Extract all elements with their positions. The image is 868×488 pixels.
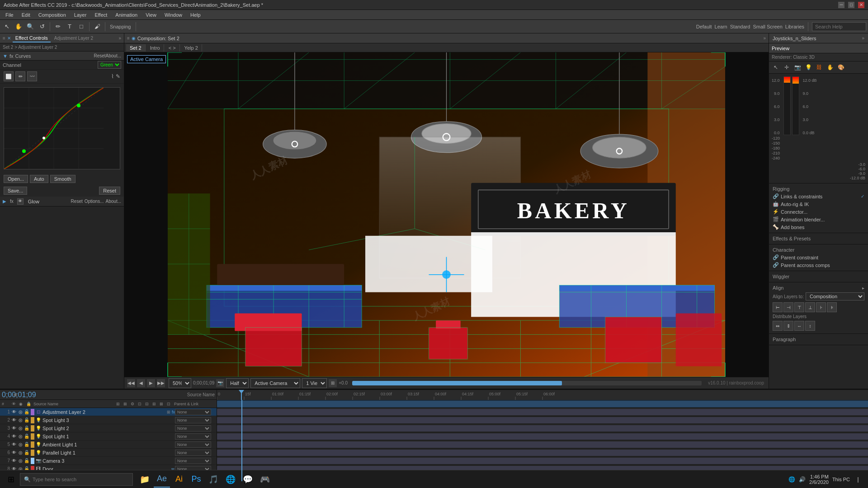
glow-toggle[interactable]: ▶	[3, 199, 6, 204]
ri-color-btn[interactable]: 🎨	[836, 62, 846, 72]
menu-file[interactable]: File	[2, 11, 17, 19]
parent-select-4[interactable]: None	[175, 433, 211, 440]
parent-across-comps-row[interactable]: 🔗 Parent accross comps	[769, 261, 868, 269]
layer-eye-4[interactable]: 👁	[11, 434, 17, 439]
menu-view[interactable]: View	[142, 11, 160, 19]
workspace-standard[interactable]: Standard	[730, 24, 750, 29]
comp-tab-nav[interactable]: < >	[165, 44, 180, 52]
menu-layer[interactable]: Layer	[71, 11, 90, 19]
parent-constraint-row[interactable]: 🔗 Parent constraint	[769, 253, 868, 261]
taskbar-volume-icon[interactable]: 🔊	[799, 476, 806, 483]
links-constraints-row[interactable]: 🔗 Links & constraints ✓	[769, 192, 868, 200]
panel-expand-btn[interactable]: »	[118, 36, 121, 41]
vp-views-dropdown[interactable]: 1 View	[302, 378, 327, 388]
align-center-h-btn[interactable]: ⊣	[783, 302, 793, 312]
parent-select-3[interactable]: None	[175, 425, 211, 432]
paragraph-header[interactable]: Paragraph	[769, 336, 868, 343]
vp-step-back[interactable]: ◀	[137, 379, 145, 387]
viewport-area[interactable]: BAKERY	[124, 52, 769, 377]
layer-lock-3[interactable]: 🔓	[24, 426, 30, 431]
curves-linear-btn[interactable]: ⌇	[111, 73, 114, 80]
js-panel-expand[interactable]: »	[862, 36, 864, 41]
menu-window[interactable]: Window	[161, 11, 186, 19]
taskbar-app-ae[interactable]: Ae	[154, 471, 170, 488]
taskbar-network-icon[interactable]: 🌐	[788, 476, 795, 483]
curves-canvas[interactable]	[4, 88, 104, 169]
layer-lock-7[interactable]: 🔓	[24, 458, 30, 463]
effects-presets-header[interactable]: Effects & Presets	[769, 235, 868, 242]
vp-frame-back[interactable]: ◀◀	[127, 379, 135, 387]
layer-row-4[interactable]: 4 👁 ◎ 🔓 💡 Spot Light 1 None	[0, 432, 217, 441]
layer-solo-3[interactable]: ◎	[17, 426, 24, 431]
toolbar-text-tool[interactable]: T	[65, 22, 75, 32]
taskbar-app-ai[interactable]: Ai	[171, 471, 187, 488]
layer-solo-1[interactable]: ◎	[17, 409, 24, 414]
current-time-display[interactable]: 0;00;01;09	[2, 391, 10, 399]
channel-dropdown[interactable]: Green Red Blue RGB	[98, 61, 121, 69]
align-center-v-btn[interactable]: ⊦	[816, 302, 826, 312]
ri-hand-btn[interactable]: ✋	[825, 62, 835, 72]
layer-lock-4[interactable]: 🔓	[24, 434, 30, 439]
layer-lock-6[interactable]: 🔓	[24, 450, 30, 455]
curves-about-btn[interactable]: About...	[106, 53, 121, 58]
comp-tab-yelp2[interactable]: Yelp 2	[181, 44, 202, 52]
toolbar-rotate-tool[interactable]: ↺	[37, 22, 47, 32]
workspace-default[interactable]: Default	[696, 24, 712, 29]
comp-panel-expand[interactable]: »	[763, 36, 766, 41]
vp-progress-bar[interactable]	[352, 381, 702, 385]
parent-select-2[interactable]: None	[175, 417, 211, 423]
layer-solo-6[interactable]: ◎	[17, 450, 24, 455]
layer-eye-2[interactable]: 👁	[11, 418, 17, 422]
dist-4-btn[interactable]: ↕	[805, 321, 815, 331]
animation-blender-row[interactable]: 🎬 Animation blender...	[769, 216, 868, 223]
minimize-button[interactable]: ─	[838, 2, 844, 8]
layer-lock-2[interactable]: 🔓	[24, 418, 30, 422]
ri-light-btn[interactable]: 💡	[803, 62, 813, 72]
maximize-button[interactable]: □	[848, 2, 854, 8]
dist-v-btn[interactable]: ⇕	[783, 321, 793, 331]
layer-row-6[interactable]: 6 👁 ◎ 🔓 💡 Parallel Light 1 None	[0, 449, 217, 457]
vp-zoom-dropdown[interactable]: 50% 25% 100%	[169, 378, 191, 388]
time-marker-btn[interactable]: ⊕	[14, 392, 17, 397]
layer-eye-1[interactable]: 👁	[11, 409, 17, 414]
menu-edit[interactable]: Edit	[18, 11, 34, 19]
toolbar-shape-tool[interactable]: □	[76, 22, 86, 32]
toolbar-select-tool[interactable]: ↖	[2, 22, 12, 32]
panel-menu-btn[interactable]: ≡	[3, 36, 5, 41]
ri-camera-btn[interactable]: 📷	[793, 62, 802, 72]
toolbar-pen-tool[interactable]: ✏	[53, 22, 63, 32]
toolbar-zoom-tool[interactable]: 🔍	[25, 22, 35, 32]
curves-fx-icon[interactable]: fx	[9, 53, 14, 59]
vp-camera-dropdown[interactable]: Active Camera	[250, 378, 300, 388]
layer-solo-5[interactable]: ◎	[17, 442, 24, 447]
rigging-header[interactable]: Rigging	[769, 185, 868, 192]
taskbar-app-media[interactable]: 🎵	[205, 471, 222, 488]
menu-animation[interactable]: Animation	[112, 11, 141, 19]
vp-quality-dropdown[interactable]: Half Full	[226, 378, 249, 388]
start-button[interactable]: ⊞	[2, 470, 20, 488]
close-button[interactable]: ✕	[858, 2, 864, 8]
comp-panel-menu[interactable]: ≡	[127, 36, 130, 41]
time-ruler[interactable]: 0 15f 01:00f 01:15f 02:00f 02:15f	[217, 390, 868, 400]
layer-eye-5[interactable]: 👁	[11, 442, 17, 447]
vp-grid-btn[interactable]: ⊞	[329, 379, 337, 387]
curves-smooth-btn[interactable]: ✎	[116, 73, 120, 80]
ri-transform-btn[interactable]: ✛	[782, 62, 792, 72]
align-right-btn[interactable]: ⊤	[794, 302, 804, 312]
comp-tab-set2[interactable]: Set 2	[126, 44, 146, 52]
ri-select-btn[interactable]: ↖	[771, 62, 781, 72]
layer-row-7[interactable]: 7 👁 ◎ 🔓 📷 Camera 3 None	[0, 457, 217, 465]
align-bottom-btn[interactable]: ⊧	[827, 302, 837, 312]
glow-options-btn[interactable]: Options...	[85, 199, 104, 204]
curves-auto-btn[interactable]: Auto	[30, 175, 48, 183]
align-to-dropdown[interactable]: Composition Selection	[806, 292, 864, 300]
layer-row-5[interactable]: 5 👁 ◎ 🔓 💡 Ambient Light 1 None	[0, 441, 217, 449]
layer-solo-7[interactable]: ◎	[17, 458, 24, 463]
taskbar-app-game[interactable]: 🎮	[257, 471, 273, 488]
taskbar-show-desktop-btn[interactable]: |	[854, 470, 863, 488]
glow-about-btn[interactable]: About...	[106, 199, 121, 204]
glow-eye-btn[interactable]: 👁	[17, 198, 24, 205]
dist-h-btn[interactable]: ⇔	[773, 321, 783, 331]
taskbar-app-chat[interactable]: 💬	[240, 471, 256, 488]
search-help-input[interactable]	[812, 22, 866, 31]
